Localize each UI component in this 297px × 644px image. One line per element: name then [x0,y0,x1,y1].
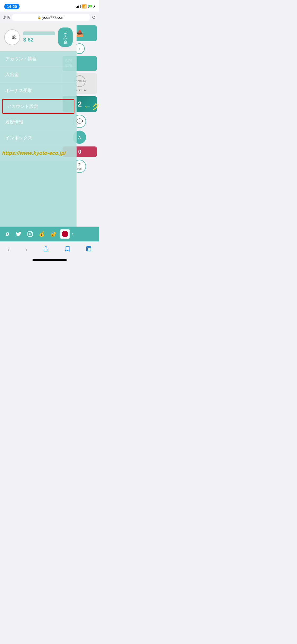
menu-item-inbox[interactable]: インボックス [0,130,77,146]
signal-icon [76,5,81,8]
chat-icon: 💬 [76,118,83,125]
more-button[interactable]: › [72,231,73,237]
refresh-button[interactable]: ↺ [92,15,96,20]
status-icons: 📶 [76,4,95,8]
watermark-url: https://www.kyoto-eco.jp/ [0,146,77,160]
menu-item-deposit-withdraw[interactable]: 入出金 [0,67,77,83]
scroll-top-icon: ∧ [78,134,82,140]
menu-item-account-settings[interactable]: アカウント設定 [2,99,74,114]
svg-rect-5 [87,247,91,251]
share-button[interactable] [41,245,51,254]
avatar: 一般 [4,29,20,45]
bookmarks-button[interactable] [62,245,72,254]
banner-number: 2 [78,100,82,108]
deposit-card-icon: 📥 [76,30,84,37]
forward-button[interactable]: › [23,244,30,255]
browser-bar: ああ 🔒 yous777.com ↺ [0,12,99,23]
deposit-button[interactable]: ご入金 [58,27,73,47]
click-label: クリック [92,102,99,112]
main-content: 一般 $ 62 ご入金 アカウント情報 入出金 ボーナス受取 [0,23,99,241]
home-bar [32,259,67,261]
menu-item-history[interactable]: 履歴情報 [0,114,77,130]
account-info-block: $ 62 [23,31,55,43]
menu-panel: 一般 $ 62 ご入金 アカウント情報 入出金 ボーナス受取 [0,23,77,227]
menu-item-bonus[interactable]: ボーナス受取 [0,83,77,99]
browser-aa-label: ああ [3,15,10,20]
back-button[interactable]: ‹ [5,244,12,255]
menu-item-account-info[interactable]: アカウント情報 [0,51,77,67]
click-annotation: ← クリック [84,102,99,112]
lock-icon: 🔒 [37,16,41,19]
social-bar: ʙ 💰 🔐 › [0,227,99,241]
faq-question-icon: ? [78,163,81,167]
arrow-icon: ← [84,102,91,111]
menu-empty-space [0,160,77,227]
browser-url-text: yous777.com [42,15,64,20]
home-indicator [0,257,99,263]
svg-rect-0 [28,232,32,236]
wifi-icon: 📶 [82,4,87,8]
menu-item-settings-wrapper: アカウント設定 ← クリック [0,99,77,114]
social-icon-secure[interactable]: 🔐 [49,229,58,239]
bottom-card-num: 0 [78,148,81,155]
avatar-label: 一般 [8,35,16,40]
account-header: 一般 $ 62 ご入金 [0,23,77,51]
browser-url-bar[interactable]: 🔒 yous777.com [12,14,90,21]
svg-point-1 [29,233,31,235]
social-icon-b[interactable]: ʙ [2,229,12,239]
japan-flag-icon[interactable] [60,229,70,239]
tabs-button[interactable] [84,245,94,254]
social-icon-twitter[interactable] [14,229,23,239]
social-icon-instagram[interactable] [25,229,35,239]
browser-controls: ‹ › [0,241,99,257]
faq-label: FAQ [77,168,82,170]
menu-items-list: アカウント情報 入出金 ボーナス受取 アカウント設定 ← クリック [0,51,77,227]
svg-point-2 [31,232,32,233]
status-time: 14:20 [4,4,20,9]
japan-flag-circle [62,231,68,237]
account-name-bar [23,31,55,35]
right-arrow-icon: › [79,46,80,51]
account-balance: $ 62 [23,37,55,43]
status-bar: 14:20 📶 [0,0,99,12]
social-icon-money[interactable]: 💰 [37,229,46,239]
battery-icon [88,5,95,8]
